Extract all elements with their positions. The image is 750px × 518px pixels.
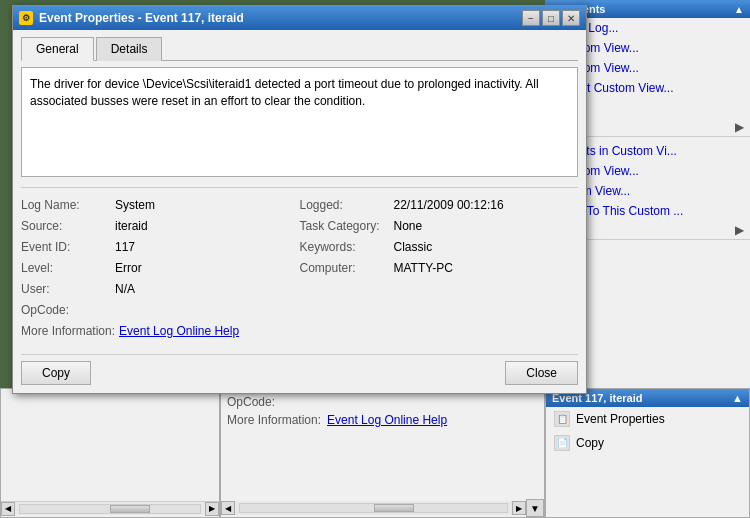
- prop-opcode: OpCode:: [21, 301, 300, 319]
- tab-bar: General Details: [21, 36, 578, 61]
- right-section-arrow-1: ▲: [734, 4, 744, 15]
- event-message-box: The driver for device \Device\Scsi\itera…: [21, 67, 578, 177]
- close-title-button[interactable]: ✕: [562, 10, 580, 26]
- prop-source: Source: iteraid: [21, 217, 300, 235]
- context-copy-icon: 📄: [554, 435, 570, 451]
- event-message-text: The driver for device \Device\Scsi\itera…: [30, 77, 539, 108]
- context-properties-label: Event Properties: [576, 412, 665, 426]
- prop-level-value: Error: [115, 259, 142, 277]
- context-item-copy[interactable]: 📄 Copy: [546, 431, 749, 455]
- scrollbar-thumb-left: [110, 505, 150, 513]
- bottom-center-panel: OpCode: More Information: Event Log Onli…: [220, 388, 545, 518]
- dialog-title-group: ⚙ Event Properties - Event 117, iteraid: [19, 11, 244, 25]
- context-item-properties[interactable]: 📋 Event Properties: [546, 407, 749, 431]
- submenu-arrow-icon-2: ▶: [735, 223, 744, 237]
- prop-moreinfo-label: More Information:: [21, 322, 115, 340]
- tab-details[interactable]: Details: [96, 37, 163, 61]
- prop-user-label: User:: [21, 280, 111, 298]
- prop-level: Level: Error: [21, 259, 300, 277]
- bottom-center-content: OpCode: More Information: Event Log Onli…: [227, 395, 538, 427]
- dialog-buttons: Copy Close: [21, 354, 578, 385]
- prop-computer: Computer: MATTY-PC: [300, 259, 579, 277]
- prop-logname: Log Name: System: [21, 196, 300, 214]
- scroll-left-btn[interactable]: ◀: [1, 502, 15, 516]
- bottom-moreinfo-row: More Information: Event Log Online Help: [227, 413, 538, 427]
- prop-source-label: Source:: [21, 217, 111, 235]
- bottom-scrollbar-track: [239, 503, 508, 513]
- prop-logname-value: System: [115, 196, 155, 214]
- prop-keywords-value: Classic: [394, 238, 433, 256]
- prop-keywords-label: Keywords:: [300, 238, 390, 256]
- prop-taskcategory-label: Task Category:: [300, 217, 390, 235]
- bottom-event-log-link[interactable]: Event Log Online Help: [327, 413, 447, 427]
- prop-computer-label: Computer:: [300, 259, 390, 277]
- bottom-moreinfo-label: More Information:: [227, 413, 321, 427]
- prop-logged-value: 22/11/2009 00:12:16: [394, 196, 504, 214]
- bottom-opcode-label: OpCode:: [227, 395, 307, 409]
- prop-taskcategory-value: None: [394, 217, 423, 235]
- context-copy-label: Copy: [576, 436, 604, 450]
- copy-button[interactable]: Copy: [21, 361, 91, 385]
- props-left-col: Log Name: System Source: iteraid Event I…: [21, 196, 300, 340]
- prop-logged: Logged: 22/11/2009 00:12:16: [300, 196, 579, 214]
- dialog-icon: ⚙: [19, 11, 33, 25]
- close-button[interactable]: Close: [505, 361, 578, 385]
- prop-logged-label: Logged:: [300, 196, 390, 214]
- tab-general[interactable]: General: [21, 37, 94, 61]
- bottom-scroll-down-btn[interactable]: ▼: [526, 499, 544, 517]
- prop-taskcategory: Task Category: None: [300, 217, 579, 235]
- dialog-title: Event Properties - Event 117, iteraid: [39, 11, 244, 25]
- dialog-titlebar: ⚙ Event Properties - Event 117, iteraid …: [13, 6, 586, 30]
- bottom-opcode-row: OpCode:: [227, 395, 538, 409]
- bottom-scroll-right-btn[interactable]: ▶: [512, 501, 526, 515]
- bottom-center-scrollbar[interactable]: ◀ ▶: [221, 501, 526, 515]
- prop-source-value: iteraid: [115, 217, 148, 235]
- prop-user-value: N/A: [115, 280, 135, 298]
- prop-level-label: Level:: [21, 259, 111, 277]
- bottom-left-panel: ◀ ▶: [0, 388, 220, 518]
- event-log-online-help-link[interactable]: Event Log Online Help: [119, 322, 239, 340]
- prop-eventid-label: Event ID:: [21, 238, 111, 256]
- prop-computer-value: MATTY-PC: [394, 259, 453, 277]
- prop-user: User: N/A: [21, 280, 300, 298]
- prop-moreinfo: More Information: Event Log Online Help: [21, 322, 300, 340]
- maximize-button[interactable]: □: [542, 10, 560, 26]
- context-properties-icon: 📋: [554, 411, 570, 427]
- scroll-right-btn[interactable]: ▶: [205, 502, 219, 516]
- dialog-content: General Details The driver for device \D…: [13, 30, 586, 393]
- prop-opcode-label: OpCode:: [21, 301, 111, 319]
- bottom-scroll-left-btn[interactable]: ◀: [221, 501, 235, 515]
- titlebar-buttons: − □ ✕: [522, 10, 580, 26]
- submenu-arrow-icon-1: ▶: [735, 120, 744, 134]
- prop-keywords: Keywords: Classic: [300, 238, 579, 256]
- prop-logname-label: Log Name:: [21, 196, 111, 214]
- scrollbar-track-left: [19, 504, 201, 514]
- props-right-col: Logged: 22/11/2009 00:12:16 Task Categor…: [300, 196, 579, 340]
- bottom-context-menu: Event 117, iteraid ▲ 📋 Event Properties …: [545, 388, 750, 518]
- bottom-left-scrollbar[interactable]: ◀ ▶: [1, 501, 219, 515]
- properties-grid: Log Name: System Source: iteraid Event I…: [21, 187, 578, 340]
- bottom-scrollbar-thumb: [374, 504, 414, 512]
- context-menu-arrow: ▲: [732, 392, 743, 404]
- event-properties-dialog: ⚙ Event Properties - Event 117, iteraid …: [12, 5, 587, 394]
- minimize-button[interactable]: −: [522, 10, 540, 26]
- prop-eventid-value: 117: [115, 238, 135, 256]
- prop-eventid: Event ID: 117: [21, 238, 300, 256]
